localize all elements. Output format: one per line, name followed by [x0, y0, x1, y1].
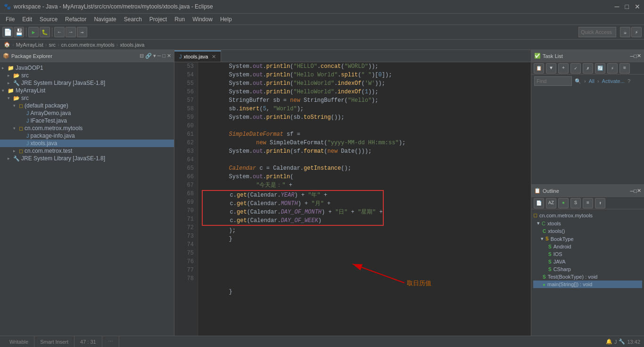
toolbar-debug[interactable]: 🐛: [40, 27, 50, 37]
tl-close[interactable]: ✕: [637, 53, 641, 59]
ol-btn4[interactable]: S: [570, 198, 581, 208]
maximize-button[interactable]: □: [625, 3, 629, 10]
tree-item-ifacetest[interactable]: ▸ J IFaceTest.java: [0, 117, 174, 124]
tl-btn3[interactable]: +: [558, 63, 569, 74]
toolbar-forward[interactable]: →: [66, 27, 76, 37]
package-explorer-tree: ▸ 📁 JavaOOP1 ▸ 📂 src ▸ 🔧 JRE System Libr…: [0, 62, 174, 336]
close-button[interactable]: ✕: [635, 3, 640, 10]
ol-item-xtools-class[interactable]: ▾ C xtools: [533, 219, 642, 227]
breadcrumb: 🏠 › MyArrayList › src › cn.com.metrox.my…: [0, 40, 644, 50]
toolbar-perspective1[interactable]: ☕: [620, 27, 630, 37]
breadcrumb-package[interactable]: cn.com.metrox.mytools: [61, 42, 115, 48]
menu-navigate[interactable]: Navigate: [90, 15, 120, 24]
toolbar-run[interactable]: ▶: [28, 27, 39, 37]
quick-access-input[interactable]: [578, 27, 616, 37]
tl-btn6[interactable]: 🔄: [595, 63, 605, 74]
ol-item-csharp[interactable]: S CSharp: [533, 265, 642, 273]
tree-item-pkginfo[interactable]: ▸ J package-info.java: [0, 132, 174, 140]
pe-close[interactable]: ✕: [167, 53, 171, 59]
tree-item-arraydemo[interactable]: ▸ J ArrayDemo.java: [0, 109, 174, 117]
ol-btn3[interactable]: ●: [558, 198, 569, 208]
menu-refactor[interactable]: Refactor: [61, 15, 90, 24]
statusbar-items: Writable Smart Insert 47 : 31 ⋯: [4, 336, 119, 347]
pe-collapse-all[interactable]: ⊟: [140, 53, 144, 59]
code-content[interactable]: System.out.println("HELLO".concat("WORLD…: [198, 62, 531, 336]
ol-item-main-method[interactable]: ● main(String[]) : void: [533, 281, 642, 288]
package-explorer-panel: 📦 Package Explorer ⊟ 🔗 ▾ ─ □ ✕ ▸ 📁 JavaO…: [0, 50, 174, 336]
enumval-icon: S: [548, 244, 552, 249]
pe-menu[interactable]: ▾: [153, 53, 156, 59]
breadcrumb-myarraylist[interactable]: MyArrayList: [16, 42, 43, 48]
ol-item-android[interactable]: S Android: [533, 243, 642, 250]
tl-btn7[interactable]: ⚡: [607, 63, 618, 74]
menu-edit[interactable]: Edit: [18, 15, 36, 24]
tl-btn8[interactable]: ≡: [619, 63, 630, 74]
ol-btn1[interactable]: 📄: [534, 198, 544, 208]
ol-label: main(String[]) : void: [547, 281, 592, 287]
breadcrumb-file[interactable]: xtools.java: [120, 42, 145, 48]
task-list-label: Task List: [543, 53, 563, 59]
tl-btn1[interactable]: 📋: [534, 63, 544, 74]
toolbar-new[interactable]: 📄: [2, 27, 13, 37]
tree-item-myarraylist[interactable]: ▾ 📁 MyArrayList: [0, 87, 174, 94]
pe-minimize[interactable]: ─: [157, 53, 161, 59]
editor-tab-xtools[interactable]: J xtools.java ✕: [174, 50, 221, 62]
tree-item-mytools-pkg[interactable]: ▾ ◻ cn.com.metrox.mytools: [0, 124, 174, 132]
menu-project[interactable]: Project: [146, 15, 171, 24]
tab-close-button[interactable]: ✕: [212, 54, 216, 60]
toolbar-back[interactable]: ←: [54, 27, 65, 37]
pe-link[interactable]: 🔗: [145, 53, 152, 59]
tl-collapse[interactable]: ─: [630, 53, 634, 59]
menu-search[interactable]: Search: [120, 15, 146, 24]
tl-help[interactable]: ?: [627, 78, 630, 84]
java-file-icon: J: [26, 140, 29, 146]
ol-item-java-enum[interactable]: S JAVA: [533, 258, 642, 265]
ol-item-booktype[interactable]: ▾ S BookType: [533, 235, 642, 243]
toolbar-perspective2[interactable]: ⚡: [631, 27, 642, 37]
tl-btn2[interactable]: ▼: [546, 63, 556, 74]
tree-item-jre1[interactable]: ▸ 🔧 JRE System Library [JavaSE-1.8]: [0, 79, 174, 87]
ol-item-package[interactable]: ◻ cn.com.metrox.mytools: [533, 211, 642, 219]
tl-all-link[interactable]: All: [589, 78, 594, 84]
ol-btn6[interactable]: ⬆: [595, 198, 605, 208]
menu-file[interactable]: File: [2, 15, 18, 24]
menu-source[interactable]: Source: [36, 15, 61, 24]
tree-item-javaoop1[interactable]: ▸ 📁 JavaOOP1: [0, 64, 174, 72]
titlebar-left: 🐾 workspace - Java - MyArrayList/src/cn/…: [4, 3, 213, 10]
menu-help[interactable]: Help: [216, 15, 236, 24]
ol-close[interactable]: ✕: [637, 188, 641, 194]
tl-maximize[interactable]: □: [634, 53, 637, 59]
code-editor[interactable]: 5354555657 5859606162 6364656667 6869707…: [174, 62, 531, 336]
menu-run[interactable]: Run: [171, 15, 189, 24]
ol-btn5[interactable]: ≡: [583, 198, 593, 208]
svg-line-1: [353, 264, 405, 283]
tl-find-input[interactable]: [534, 76, 572, 86]
tree-item-xtools[interactable]: ▸ J xtools.java: [0, 140, 174, 147]
pe-maximize[interactable]: □: [162, 53, 165, 59]
ol-item-constructor[interactable]: C xtools(): [533, 227, 642, 235]
tree-item-src1[interactable]: ▸ 📂 src: [0, 72, 174, 79]
breadcrumb-src[interactable]: src: [49, 42, 56, 48]
tree-item-default-pkg[interactable]: ▾ ◻ (default package): [0, 102, 174, 109]
tl-activate-link[interactable]: Activate...: [602, 78, 625, 84]
menu-window[interactable]: Window: [189, 15, 216, 24]
ol-maximize[interactable]: □: [634, 188, 637, 194]
ol-item-ios[interactable]: S IOS: [533, 250, 642, 258]
tree-item-test-pkg[interactable]: ▸ ◻ cn.com.metrox.test: [0, 147, 174, 155]
status-writable: Writable: [4, 336, 34, 347]
code-line-61: SimpleDateFormat sf =: [202, 130, 527, 139]
toolbar-next[interactable]: ⇒: [77, 27, 87, 37]
tree-item-src2[interactable]: ▾ 📂 src: [0, 94, 174, 102]
tl-btn4[interactable]: ✓: [570, 63, 581, 74]
ol-collapse[interactable]: ─: [630, 188, 634, 194]
minimize-button[interactable]: ─: [615, 3, 619, 10]
toolbar: 📄 💾 ▶ 🐛 ← → ⇒ ☕ ⚡: [0, 25, 644, 40]
ol-btn2[interactable]: AZ: [546, 198, 556, 208]
toolbar-save[interactable]: 💾: [14, 27, 24, 37]
status-extra: ⋯: [102, 336, 119, 347]
tl-btn5[interactable]: ✗: [583, 63, 593, 74]
ol-item-test-method[interactable]: S Test(BookType) : void: [533, 273, 642, 281]
tree-item-jre2[interactable]: ▸ 🔧 JRE System Library [JavaSE-1.8]: [0, 155, 174, 162]
editor-area: J xtools.java ✕ 5354555657 5859606162 63…: [174, 50, 531, 336]
outline-panel: 📋 Outline ─ □ ✕ 📄 AZ ● S ≡ ⬆ ◻ cn.com.me…: [531, 185, 644, 336]
